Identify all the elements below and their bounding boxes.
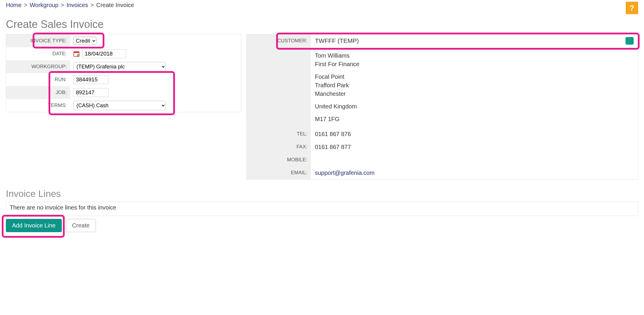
invoice-lines-heading: Invoice Lines [6, 188, 638, 199]
help-button[interactable]: ? [626, 2, 638, 14]
customer-email[interactable]: support@grafenia.com [315, 170, 375, 176]
customer-fax: 0161 867 877 [315, 144, 351, 150]
label-fax: FAX: [247, 140, 311, 153]
terms-select[interactable]: (CASH) Cash [73, 101, 166, 110]
breadcrumb-sep: > [24, 2, 27, 9]
svg-rect-1 [74, 52, 79, 53]
address-line2: Trafford Park [315, 81, 359, 90]
breadcrumb-sep: > [61, 2, 64, 9]
label-address-empty [247, 47, 311, 128]
label-mobile: MOBILE: [247, 153, 311, 166]
address-postcode: M17 1FG [315, 115, 359, 123]
address-company: First For Finance [315, 60, 359, 68]
question-icon: ? [630, 4, 634, 13]
invoice-lines-panel: There are no invoice lines for this invo… [6, 202, 638, 216]
label-job: JOB: [6, 86, 70, 99]
breadcrumb: Home > Workgroup > Invoices > Create Inv… [6, 2, 134, 9]
customer-status-chip[interactable] [625, 37, 634, 45]
address-city: Manchester [315, 90, 359, 98]
job-input[interactable] [73, 88, 109, 97]
address-line1: Focal Point [315, 73, 359, 81]
customer-address: Tom Williams First For Finance Focal Poi… [315, 50, 359, 125]
label-date: DATE: [6, 47, 70, 60]
breadcrumb-workgroup[interactable]: Workgroup [30, 2, 58, 9]
calendar-icon[interactable] [73, 51, 80, 57]
invoice-lines-empty: There are no invoice lines for this invo… [10, 204, 634, 211]
workgroup-select[interactable]: (TEMP) Grafenia plc [73, 62, 166, 71]
add-invoice-line-button[interactable]: Add Invoice Line [6, 219, 62, 232]
run-input[interactable] [73, 75, 109, 84]
customer-code: TWFFF (TEMP) [315, 37, 359, 44]
label-tel: TEL: [247, 128, 311, 140]
date-input[interactable] [82, 49, 126, 58]
customer-panel: CUSTOMER: TWFFF (TEMP) Tom Williams Firs… [246, 34, 638, 180]
label-workgroup: WORKGROUP: [6, 60, 70, 73]
page-title: Create Sales Invoice [6, 18, 638, 31]
customer-tel: 0161 867 876 [315, 131, 351, 138]
label-customer: CUSTOMER: [247, 34, 311, 47]
create-button[interactable]: Create [66, 219, 96, 232]
invoice-type-select[interactable]: Credit [73, 37, 96, 45]
breadcrumb-current: Create Invoice [96, 2, 134, 9]
label-email: EMAIL: [247, 166, 311, 179]
label-invoice-type: INVOICE TYPE: [6, 34, 70, 47]
label-terms: TERMS: [6, 99, 70, 112]
address-country: United Kingdom [315, 102, 359, 111]
breadcrumb-home[interactable]: Home [6, 2, 21, 9]
invoice-details-panel: INVOICE TYPE: Credit DATE: [6, 34, 241, 112]
label-run: RUN: [6, 73, 70, 86]
address-name: Tom Williams [315, 51, 359, 60]
breadcrumb-invoices[interactable]: Invoices [66, 2, 88, 9]
breadcrumb-sep: > [91, 2, 94, 9]
